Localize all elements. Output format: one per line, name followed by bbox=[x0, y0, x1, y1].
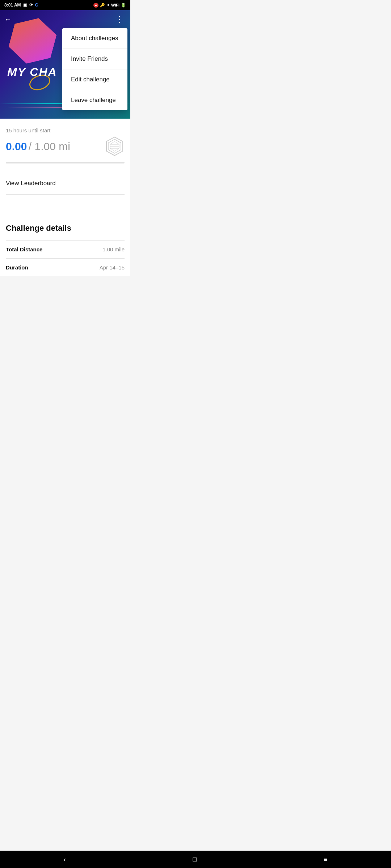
progress-bar-container bbox=[6, 162, 125, 163]
status-right: ● 🔑 ✦ WiFi 🔋 bbox=[93, 3, 126, 8]
duration-label: Duration bbox=[6, 264, 28, 271]
bluetooth-icon: ✦ bbox=[106, 3, 110, 8]
dropdown-menu: About challenges Invite Friends Edit cha… bbox=[62, 28, 127, 110]
menu-item-invite-friends[interactable]: Invite Friends bbox=[62, 49, 127, 69]
google-icon: G bbox=[35, 3, 38, 8]
challenge-details-title: Challenge details bbox=[6, 224, 125, 233]
more-options-button[interactable]: ⋮ bbox=[113, 13, 126, 26]
duration-row: Duration Apr 14–15 bbox=[6, 258, 125, 276]
video-icon: ▣ bbox=[23, 3, 27, 8]
screen-rotation-icon: ⟳ bbox=[29, 3, 33, 8]
nike-badge-icon bbox=[105, 136, 125, 156]
duration-value: Apr 14–15 bbox=[100, 264, 125, 271]
back-button[interactable]: ← bbox=[4, 15, 12, 24]
menu-item-about-challenges[interactable]: About challenges bbox=[62, 28, 127, 49]
main-content: 15 hours until start 0.00 / 1.00 mi View… bbox=[0, 119, 130, 276]
current-distance: 0.00 bbox=[6, 140, 27, 152]
hero-section: ← MY CHA ⋮ About challenges Invite Frien… bbox=[0, 10, 130, 119]
status-bar: 8:01 AM ▣ ⟳ G ● 🔑 ✦ WiFi 🔋 bbox=[0, 0, 130, 10]
distance-separator: / bbox=[29, 140, 35, 152]
view-leaderboard-button[interactable]: View Leaderboard bbox=[6, 178, 125, 194]
total-distance-value: 1.00 mile bbox=[102, 246, 125, 252]
battery-icon: 🔋 bbox=[121, 3, 126, 8]
status-left: 8:01 AM ▣ ⟳ G bbox=[4, 3, 38, 8]
key-icon: 🔑 bbox=[100, 3, 105, 8]
total-distance-label: Total Distance bbox=[6, 246, 42, 252]
wifi-icon: WiFi bbox=[111, 3, 119, 7]
divider-2 bbox=[6, 194, 125, 195]
divider-1 bbox=[6, 171, 125, 171]
time-display: 8:01 AM bbox=[4, 3, 21, 8]
spacer bbox=[6, 202, 125, 213]
record-icon: ● bbox=[93, 3, 98, 8]
menu-item-edit-challenge[interactable]: Edit challenge bbox=[62, 69, 127, 90]
total-distance: 1.00 mi bbox=[35, 140, 70, 152]
bottom-spacer bbox=[0, 276, 130, 305]
distance-row: 0.00 / 1.00 mi bbox=[6, 136, 125, 156]
time-until-label: 15 hours until start bbox=[6, 127, 125, 133]
hero-title: MY CHA bbox=[7, 65, 57, 79]
distance-display: 0.00 / 1.00 mi bbox=[6, 140, 70, 153]
menu-item-leave-challenge[interactable]: Leave challenge bbox=[62, 90, 127, 110]
total-distance-row: Total Distance 1.00 mile bbox=[6, 240, 125, 258]
